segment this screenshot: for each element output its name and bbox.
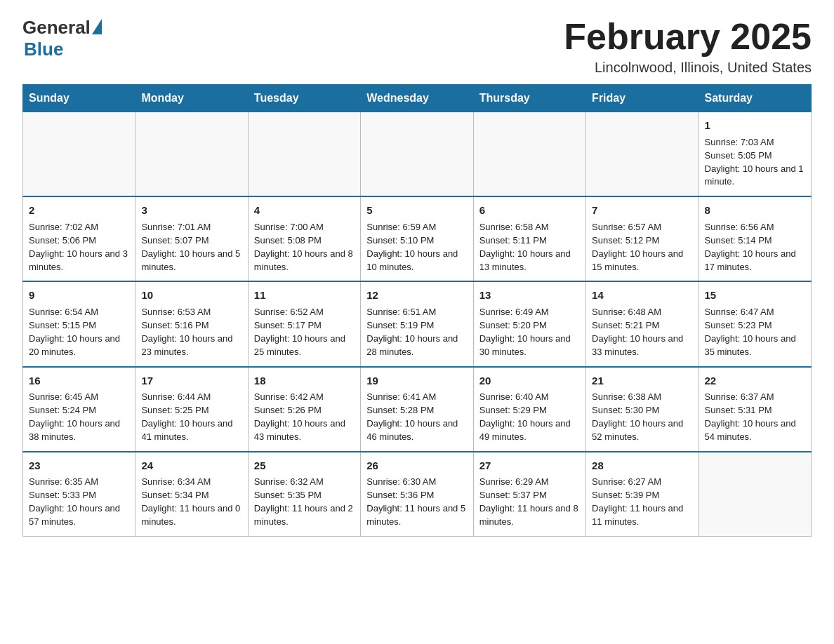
calendar-day-cell: 16Sunrise: 6:45 AMSunset: 5:24 PMDayligh…: [23, 367, 135, 452]
calendar-table: SundayMondayTuesdayWednesdayThursdayFrid…: [22, 84, 812, 537]
day-info: Sunrise: 6:38 AMSunset: 5:30 PMDaylight:…: [592, 391, 692, 443]
calendar-day-cell: [135, 112, 248, 197]
calendar-day-cell: 12Sunrise: 6:51 AMSunset: 5:19 PMDayligh…: [361, 281, 473, 366]
day-info: Sunrise: 6:49 AMSunset: 5:20 PMDaylight:…: [479, 306, 580, 358]
day-info: Sunrise: 6:47 AMSunset: 5:23 PMDaylight:…: [705, 306, 805, 358]
logo-triangle-icon: [92, 19, 102, 34]
day-number: 26: [366, 458, 467, 474]
day-info: Sunrise: 6:30 AMSunset: 5:36 PMDaylight:…: [366, 476, 467, 528]
day-info: Sunrise: 6:54 AMSunset: 5:15 PMDaylight:…: [29, 306, 129, 358]
day-number: 9: [29, 288, 129, 303]
calendar-day-cell: [248, 112, 360, 197]
day-of-week-header: Sunday: [23, 85, 135, 112]
day-number: 2: [29, 203, 129, 218]
calendar-day-cell: 2Sunrise: 7:02 AMSunset: 5:06 PMDaylight…: [23, 196, 135, 281]
calendar-day-cell: [586, 112, 699, 197]
calendar-day-cell: 27Sunrise: 6:29 AMSunset: 5:37 PMDayligh…: [473, 452, 585, 537]
day-number: 15: [705, 288, 805, 303]
day-info: Sunrise: 6:57 AMSunset: 5:12 PMDaylight:…: [592, 221, 692, 274]
day-info: Sunrise: 6:27 AMSunset: 5:39 PMDaylight:…: [592, 476, 692, 528]
day-number: 22: [705, 373, 805, 389]
day-info: Sunrise: 7:03 AMSunset: 5:05 PMDaylight:…: [705, 136, 805, 189]
day-of-week-header: Tuesday: [248, 85, 360, 112]
day-info: Sunrise: 6:58 AMSunset: 5:11 PMDaylight:…: [479, 221, 580, 274]
day-info: Sunrise: 6:40 AMSunset: 5:29 PMDaylight:…: [479, 391, 580, 443]
calendar-week-row: 23Sunrise: 6:35 AMSunset: 5:33 PMDayligh…: [23, 452, 812, 537]
calendar-day-cell: 17Sunrise: 6:44 AMSunset: 5:25 PMDayligh…: [135, 367, 248, 452]
page-header: General Blue February 2025 Lincolnwood, …: [22, 17, 812, 76]
day-info: Sunrise: 6:34 AMSunset: 5:34 PMDaylight:…: [141, 476, 241, 528]
day-info: Sunrise: 7:02 AMSunset: 5:06 PMDaylight:…: [29, 221, 129, 274]
day-info: Sunrise: 6:48 AMSunset: 5:21 PMDaylight:…: [592, 306, 692, 358]
day-info: Sunrise: 6:29 AMSunset: 5:37 PMDaylight:…: [479, 476, 580, 528]
calendar-day-cell: 21Sunrise: 6:38 AMSunset: 5:30 PMDayligh…: [586, 367, 699, 452]
calendar-day-cell: 24Sunrise: 6:34 AMSunset: 5:34 PMDayligh…: [135, 452, 248, 537]
calendar-day-cell: 5Sunrise: 6:59 AMSunset: 5:10 PMDaylight…: [361, 196, 473, 281]
calendar-day-cell: 11Sunrise: 6:52 AMSunset: 5:17 PMDayligh…: [248, 281, 360, 366]
day-number: 12: [366, 288, 467, 303]
day-of-week-header: Wednesday: [361, 85, 473, 112]
day-info: Sunrise: 7:00 AMSunset: 5:08 PMDaylight:…: [254, 221, 355, 274]
day-info: Sunrise: 6:32 AMSunset: 5:35 PMDaylight:…: [254, 476, 355, 528]
calendar-day-cell: 18Sunrise: 6:42 AMSunset: 5:26 PMDayligh…: [248, 367, 360, 452]
day-of-week-header: Saturday: [699, 85, 811, 112]
day-number: 16: [29, 373, 129, 389]
day-info: Sunrise: 6:37 AMSunset: 5:31 PMDaylight:…: [705, 391, 805, 443]
calendar-day-cell: 15Sunrise: 6:47 AMSunset: 5:23 PMDayligh…: [699, 281, 811, 366]
day-number: 14: [592, 288, 692, 303]
calendar-week-row: 1Sunrise: 7:03 AMSunset: 5:05 PMDaylight…: [23, 112, 812, 197]
day-number: 18: [254, 373, 355, 389]
day-info: Sunrise: 6:44 AMSunset: 5:25 PMDaylight:…: [141, 391, 241, 443]
calendar-day-cell: [699, 452, 811, 537]
day-number: 25: [254, 458, 355, 474]
calendar-header-row: SundayMondayTuesdayWednesdayThursdayFrid…: [23, 85, 812, 112]
calendar-day-cell: 20Sunrise: 6:40 AMSunset: 5:29 PMDayligh…: [473, 367, 585, 452]
day-number: 27: [479, 458, 580, 474]
day-of-week-header: Friday: [586, 85, 699, 112]
calendar-day-cell: 8Sunrise: 6:56 AMSunset: 5:14 PMDaylight…: [699, 196, 811, 281]
day-number: 28: [592, 458, 692, 474]
calendar-day-cell: 7Sunrise: 6:57 AMSunset: 5:12 PMDaylight…: [586, 196, 699, 281]
calendar-week-row: 9Sunrise: 6:54 AMSunset: 5:15 PMDaylight…: [23, 281, 812, 366]
day-number: 17: [141, 373, 241, 389]
calendar-day-cell: 6Sunrise: 6:58 AMSunset: 5:11 PMDaylight…: [473, 196, 585, 281]
day-number: 23: [29, 458, 129, 474]
month-title: February 2025: [564, 17, 812, 57]
day-of-week-header: Thursday: [473, 85, 585, 112]
calendar-day-cell: 25Sunrise: 6:32 AMSunset: 5:35 PMDayligh…: [248, 452, 360, 537]
calendar-day-cell: 14Sunrise: 6:48 AMSunset: 5:21 PMDayligh…: [586, 281, 699, 366]
day-number: 19: [366, 373, 467, 389]
day-info: Sunrise: 6:41 AMSunset: 5:28 PMDaylight:…: [366, 391, 467, 443]
day-info: Sunrise: 7:01 AMSunset: 5:07 PMDaylight:…: [141, 221, 241, 274]
logo-blue-text: Blue: [24, 39, 63, 60]
day-info: Sunrise: 6:53 AMSunset: 5:16 PMDaylight:…: [141, 306, 241, 358]
calendar-day-cell: 13Sunrise: 6:49 AMSunset: 5:20 PMDayligh…: [473, 281, 585, 366]
location-subtitle: Lincolnwood, Illinois, United States: [564, 60, 812, 76]
logo: General Blue: [22, 17, 102, 60]
calendar-day-cell: 23Sunrise: 6:35 AMSunset: 5:33 PMDayligh…: [23, 452, 135, 537]
day-number: 8: [705, 203, 805, 218]
calendar-day-cell: 26Sunrise: 6:30 AMSunset: 5:36 PMDayligh…: [361, 452, 473, 537]
day-number: 7: [592, 203, 692, 218]
calendar-day-cell: 10Sunrise: 6:53 AMSunset: 5:16 PMDayligh…: [135, 281, 248, 366]
title-section: February 2025 Lincolnwood, Illinois, Uni…: [564, 17, 812, 76]
day-number: 13: [479, 288, 580, 303]
logo-general-text: General: [22, 17, 91, 39]
day-number: 21: [592, 373, 692, 389]
calendar-day-cell: 3Sunrise: 7:01 AMSunset: 5:07 PMDaylight…: [135, 196, 248, 281]
calendar-day-cell: 22Sunrise: 6:37 AMSunset: 5:31 PMDayligh…: [699, 367, 811, 452]
calendar-week-row: 16Sunrise: 6:45 AMSunset: 5:24 PMDayligh…: [23, 367, 812, 452]
calendar-day-cell: 9Sunrise: 6:54 AMSunset: 5:15 PMDaylight…: [23, 281, 135, 366]
day-number: 24: [141, 458, 241, 474]
day-info: Sunrise: 6:59 AMSunset: 5:10 PMDaylight:…: [366, 221, 467, 274]
day-number: 1: [705, 118, 805, 133]
day-number: 4: [254, 203, 355, 218]
day-info: Sunrise: 6:52 AMSunset: 5:17 PMDaylight:…: [254, 306, 355, 358]
day-info: Sunrise: 6:56 AMSunset: 5:14 PMDaylight:…: [705, 221, 805, 274]
calendar-day-cell: 1Sunrise: 7:03 AMSunset: 5:05 PMDaylight…: [699, 112, 811, 197]
day-number: 5: [366, 203, 467, 218]
calendar-day-cell: 4Sunrise: 7:00 AMSunset: 5:08 PMDaylight…: [248, 196, 360, 281]
day-info: Sunrise: 6:51 AMSunset: 5:19 PMDaylight:…: [366, 306, 467, 358]
calendar-week-row: 2Sunrise: 7:02 AMSunset: 5:06 PMDaylight…: [23, 196, 812, 281]
day-number: 10: [141, 288, 241, 303]
